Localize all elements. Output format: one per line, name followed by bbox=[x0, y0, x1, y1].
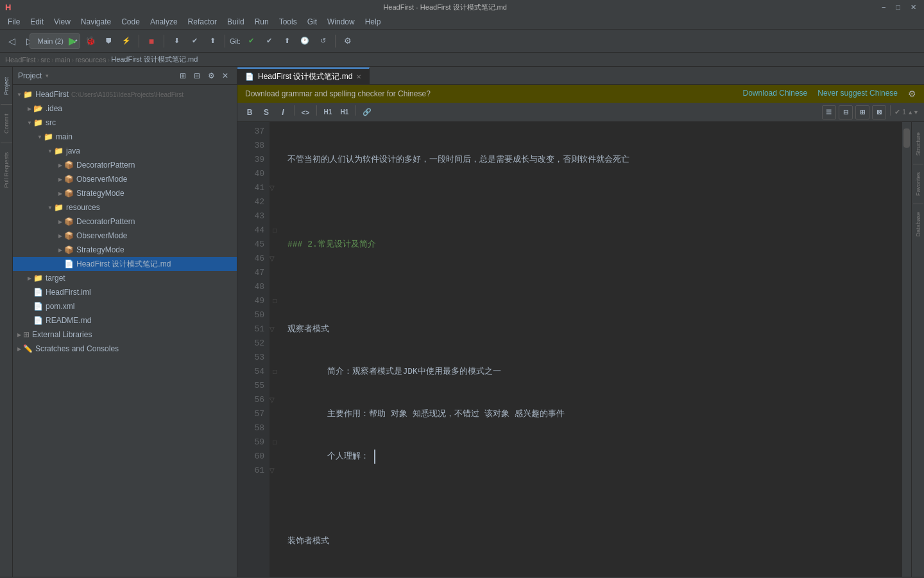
breadcrumb-src[interactable]: src bbox=[40, 56, 50, 64]
tree-item-java[interactable]: 📁 java bbox=[13, 144, 237, 158]
minimize-button[interactable]: − bbox=[879, 3, 888, 12]
tree-item-idea[interactable]: 📂 .idea bbox=[13, 101, 237, 116]
strikethrough-button[interactable]: S bbox=[259, 105, 273, 119]
editor-tab-main[interactable]: 📄 HeadFirst 设计模式笔记.md ✕ bbox=[237, 67, 370, 84]
never-suggest-button[interactable]: Never suggest Chinese bbox=[817, 89, 898, 99]
breadcrumb-resources[interactable]: resources bbox=[75, 56, 106, 64]
code-button[interactable]: <> bbox=[298, 105, 312, 119]
menu-build[interactable]: Build bbox=[222, 16, 250, 28]
tree-item-readme[interactable]: 📄 README.md bbox=[13, 313, 237, 328]
close-panel-button[interactable]: ✕ bbox=[219, 69, 232, 82]
back-button[interactable]: ◁ bbox=[4, 33, 19, 49]
run-button[interactable]: ▶ bbox=[65, 33, 80, 49]
pull-requests-tab[interactable]: Pull Requests bbox=[2, 147, 11, 193]
menu-run[interactable]: Run bbox=[250, 16, 274, 28]
vcs-update-button[interactable]: ⬇ bbox=[169, 33, 184, 49]
download-chinese-button[interactable]: Download Chinese bbox=[743, 89, 808, 99]
run-config-button[interactable]: Main (2) bbox=[47, 33, 62, 49]
favorites-tab[interactable]: Favorites bbox=[914, 167, 923, 201]
menu-edit[interactable]: Edit bbox=[25, 16, 49, 28]
collapse-all-button[interactable]: ⊟ bbox=[191, 69, 203, 82]
md-toolbar: B S I <> H1 H1 🔗 ☰ ⊟ ⊞ ⊠ ✔ 1 ▲▼ bbox=[237, 103, 924, 122]
tree-item-scratches[interactable]: ✏️ Scratches and Consoles bbox=[13, 342, 237, 356]
menu-help[interactable]: Help bbox=[360, 16, 386, 28]
maximize-button[interactable]: □ bbox=[893, 3, 903, 12]
tab-close-button[interactable]: ✕ bbox=[356, 73, 361, 80]
fold-54[interactable]: □ bbox=[270, 365, 280, 379]
menu-tools[interactable]: Tools bbox=[274, 16, 302, 28]
editor-text-area[interactable]: 不管当初的人们认为软件设计的多好，一段时间后，总是需要成长与改变，否则软件就会死… bbox=[280, 122, 902, 577]
view-mode-4[interactable]: ⊠ bbox=[872, 105, 886, 119]
tree-item-observer-2[interactable]: 📦 ObserverMode bbox=[13, 229, 237, 243]
tree-item-pom[interactable]: 📄 pom.xml bbox=[13, 299, 237, 313]
menu-window[interactable]: Window bbox=[322, 16, 360, 28]
observer1-label: ObserverMode bbox=[76, 175, 127, 184]
menu-view[interactable]: View bbox=[49, 16, 76, 28]
tree-item-decorator-1[interactable]: 📦 DecoratorPattern bbox=[13, 158, 237, 172]
view-mode-3[interactable]: ⊞ bbox=[855, 105, 869, 119]
tree-item-main[interactable]: 📁 main bbox=[13, 130, 237, 144]
tree-item-iml[interactable]: 📄 HeadFirst.iml bbox=[13, 285, 237, 299]
grammar-settings-icon[interactable]: ⚙ bbox=[908, 89, 916, 99]
tree-item-strategy-2[interactable]: 📦 StrategyMode bbox=[13, 243, 237, 257]
fold-49[interactable]: □ bbox=[270, 294, 280, 308]
bold-button[interactable]: B bbox=[243, 105, 257, 119]
fold-46[interactable]: ▽ bbox=[270, 252, 280, 266]
cursor bbox=[369, 450, 375, 464]
breadcrumb-main[interactable]: main bbox=[55, 56, 71, 64]
fold-51[interactable]: ▽ bbox=[270, 322, 280, 337]
expand-all-button[interactable]: ⊞ bbox=[176, 69, 189, 82]
tree-item-resources[interactable]: 📁 resources bbox=[13, 200, 237, 215]
git-branch-button[interactable]: ⬆ bbox=[279, 33, 295, 49]
profile-button[interactable]: ⚡ bbox=[119, 33, 134, 49]
tree-item-headfirst-md[interactable]: 📄 HeadFirst 设计模式笔记.md bbox=[13, 257, 237, 271]
git-rollback-button[interactable]: ↺ bbox=[315, 33, 330, 49]
tree-item-strategy-1[interactable]: 📦 StrategyMode bbox=[13, 186, 237, 200]
scrollbar-thumb[interactable] bbox=[903, 128, 910, 148]
tree-item-observer-1[interactable]: 📦 ObserverMode bbox=[13, 172, 237, 186]
link-button[interactable]: 🔗 bbox=[360, 105, 374, 119]
project-panel: Project ▾ ⊞ ⊟ ⚙ ✕ 📁 HeadFirst C:\Users\A… bbox=[13, 67, 237, 577]
fold-61[interactable]: ▽ bbox=[270, 464, 280, 478]
stop-button[interactable]: ■ bbox=[144, 33, 159, 49]
vcs-push-button[interactable]: ⬆ bbox=[205, 33, 220, 49]
target-label: target bbox=[46, 274, 65, 283]
structure-tab[interactable]: Structure bbox=[914, 127, 923, 161]
breadcrumb-current-file[interactable]: HeadFirst 设计模式笔记.md bbox=[111, 55, 198, 64]
git-history-button[interactable]: 🕐 bbox=[297, 33, 312, 49]
tree-item-decorator-2[interactable]: 📦 DecoratorPattern bbox=[13, 215, 237, 229]
menu-git[interactable]: Git bbox=[302, 16, 322, 28]
editor-scrollbar[interactable] bbox=[902, 122, 911, 577]
menu-analyze[interactable]: Analyze bbox=[145, 16, 183, 28]
database-tab[interactable]: Database bbox=[914, 207, 923, 242]
settings-button[interactable]: ⚙ bbox=[340, 33, 355, 49]
coverage-button[interactable]: ⛊ bbox=[101, 33, 116, 49]
project-tab[interactable]: Project bbox=[2, 72, 11, 100]
view-mode-2[interactable]: ⊟ bbox=[839, 105, 853, 119]
italic-button[interactable]: I bbox=[276, 105, 290, 119]
menu-refactor[interactable]: Refactor bbox=[183, 16, 222, 28]
scratches-icon: ✏️ bbox=[23, 344, 33, 353]
vcs-commit-button[interactable]: ✔ bbox=[187, 33, 202, 49]
tree-item-target[interactable]: 📁 target bbox=[13, 271, 237, 285]
h1-button[interactable]: H1 bbox=[321, 105, 335, 119]
h2-button[interactable]: H1 bbox=[338, 105, 352, 119]
menu-code[interactable]: Code bbox=[116, 16, 145, 28]
breadcrumb-headfirst[interactable]: HeadFirst bbox=[5, 56, 36, 64]
settings-gear-button[interactable]: ⚙ bbox=[205, 69, 218, 82]
debug-button[interactable]: 🐞 bbox=[83, 33, 98, 49]
fold-59[interactable]: □ bbox=[270, 435, 280, 450]
commit-tab[interactable]: Commit bbox=[2, 109, 11, 139]
git-checkmark-button[interactable]: ✔ bbox=[243, 33, 259, 49]
tree-item-root[interactable]: 📁 HeadFirst C:\Users\A1051\IdeaProjects\… bbox=[13, 87, 237, 101]
tree-item-ext-libs[interactable]: ⊞ External Libraries bbox=[13, 328, 237, 342]
view-mode-1[interactable]: ☰ bbox=[822, 105, 836, 119]
tree-item-src[interactable]: 📁 src bbox=[13, 116, 237, 130]
fold-41[interactable]: ▽ bbox=[270, 181, 280, 195]
fold-44[interactable]: □ bbox=[270, 223, 280, 238]
menu-navigate[interactable]: Navigate bbox=[76, 16, 116, 28]
git-fetch-button[interactable]: ✔ bbox=[261, 33, 277, 49]
fold-56[interactable]: ▽ bbox=[270, 393, 280, 407]
menu-file[interactable]: File bbox=[3, 16, 25, 28]
close-button[interactable]: ✕ bbox=[908, 3, 919, 12]
